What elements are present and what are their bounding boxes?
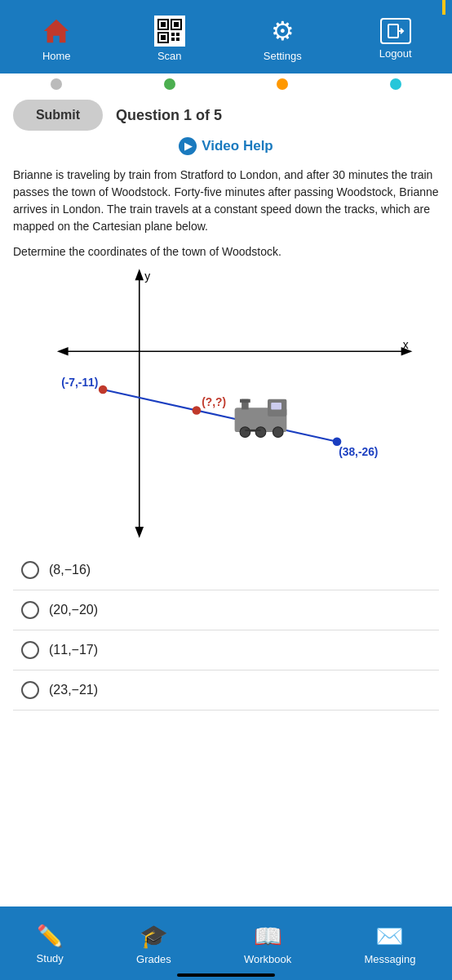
nav-settings[interactable]: ⚙ Settings [250, 16, 315, 62]
svg-rect-4 [174, 22, 179, 27]
bottom-study[interactable]: ✏️ Study [37, 924, 64, 964]
home-icon [41, 16, 72, 47]
svg-rect-2 [161, 22, 166, 27]
svg-rect-27 [240, 399, 250, 403]
svg-rect-10 [176, 38, 179, 41]
play-icon: ▶ [179, 137, 197, 155]
svg-rect-11 [388, 24, 398, 38]
bottom-workbook[interactable]: 📖 Workbook [244, 923, 291, 965]
svg-text:(-7,-11): (-7,-11) [61, 376, 98, 389]
workbook-icon: 📖 [254, 923, 282, 950]
messaging-icon: ✉️ [375, 923, 404, 950]
answer-choices: (8,−16) (20,−20) (11,−17) (23,−21) [13, 550, 439, 710]
problem-body: Brianne is traveling by train from Strat… [13, 167, 439, 235]
gear-icon: ⚙ [271, 16, 295, 47]
bottom-grades-label: Grades [136, 953, 171, 965]
svg-point-30 [273, 427, 283, 438]
radio-0[interactable] [21, 561, 39, 579]
bottom-messaging-label: Messaging [365, 953, 416, 965]
svg-text:y: y [144, 270, 150, 283]
svg-marker-35 [135, 527, 144, 538]
bottom-navigation: ✏️ Study 🎓 Grades 📖 Workbook ✉️ Messagin… [0, 906, 452, 980]
nav-scan-label: Scan [157, 50, 182, 62]
problem-prompt: Determine the coordinates of the town of… [13, 245, 439, 258]
answer-row-0[interactable]: (8,−16) [13, 550, 439, 590]
grades-icon: 🎓 [140, 923, 168, 950]
pencil-icon: ✏️ [37, 924, 63, 949]
svg-rect-6 [161, 35, 166, 40]
nav-home[interactable]: Home [24, 16, 89, 62]
submit-button[interactable]: Submit [13, 100, 103, 131]
dot-4 [390, 78, 401, 90]
video-help-link[interactable]: ▶ Video Help [13, 137, 439, 155]
svg-rect-8 [176, 33, 179, 36]
answer-text-0: (8,−16) [49, 563, 91, 577]
answer-text-1: (20,−20) [49, 603, 98, 617]
svg-rect-9 [171, 38, 175, 41]
nav-settings-label: Settings [264, 50, 302, 62]
bottom-grades[interactable]: 🎓 Grades [136, 923, 171, 965]
progress-dots [0, 74, 452, 91]
answer-text-2: (11,−17) [49, 643, 98, 657]
svg-marker-0 [44, 19, 69, 42]
svg-rect-7 [171, 33, 175, 36]
dot-1 [51, 78, 62, 90]
home-bar [177, 973, 275, 977]
coordinate-graph: y x (-7,-11) (?,?) [13, 265, 439, 542]
answer-row-3[interactable]: (23,−21) [13, 670, 439, 710]
bottom-messaging[interactable]: ✉️ Messaging [365, 923, 416, 965]
radio-1[interactable] [21, 601, 39, 619]
nav-scan[interactable]: Scan [137, 16, 202, 62]
qr-icon [154, 16, 185, 47]
answer-row-2[interactable]: (11,−17) [13, 630, 439, 670]
logout-icon [380, 18, 411, 44]
bottom-study-label: Study [37, 952, 64, 964]
top-navigation: Home Scan ⚙ Settings [0, 0, 452, 74]
svg-point-20 [99, 385, 108, 394]
svg-point-28 [240, 427, 250, 438]
video-help-label: Video Help [202, 138, 273, 154]
svg-marker-18 [57, 347, 69, 356]
radio-2[interactable] [21, 641, 39, 659]
svg-point-22 [193, 406, 202, 415]
svg-text:x: x [403, 338, 409, 351]
graph-area: y x (-7,-11) (?,?) [13, 265, 439, 542]
question-label: Question 1 of 5 [116, 107, 222, 124]
dot-3 [277, 78, 288, 90]
dot-2 [164, 78, 175, 90]
answer-text-3: (23,−21) [49, 683, 98, 697]
svg-text:(38,-26): (38,-26) [339, 445, 378, 458]
top-indicator [442, 0, 445, 15]
nav-home-label: Home [42, 50, 71, 62]
answer-row-1[interactable]: (20,−20) [13, 590, 439, 630]
bottom-workbook-label: Workbook [244, 953, 291, 965]
submit-question-row: Submit Question 1 of 5 [13, 100, 439, 131]
nav-logout[interactable]: Logout [363, 18, 428, 60]
svg-text:(?,?): (?,?) [202, 395, 226, 408]
radio-3[interactable] [21, 681, 39, 699]
nav-logout-label: Logout [379, 47, 412, 60]
svg-marker-13 [135, 269, 144, 280]
main-content: Submit Question 1 of 5 ▶ Video Help Bria… [0, 91, 452, 719]
svg-point-29 [255, 427, 266, 438]
svg-rect-31 [271, 403, 281, 410]
